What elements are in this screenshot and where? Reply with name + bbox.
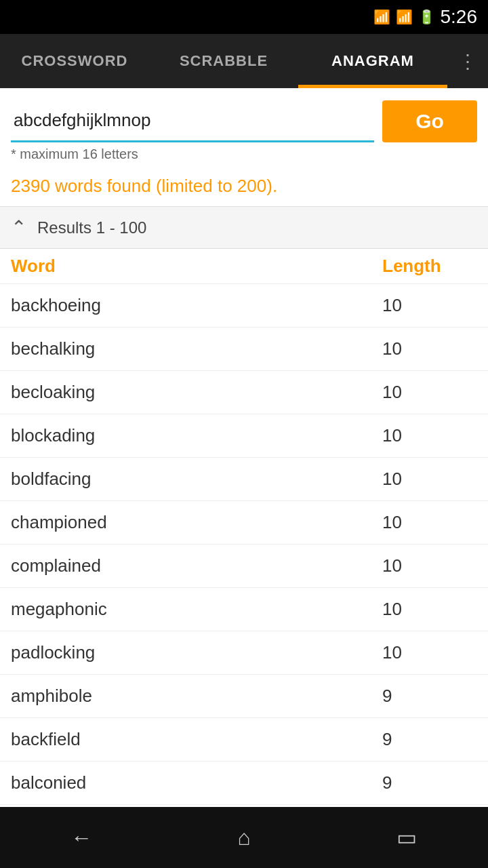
table-row[interactable]: championed 10	[0, 501, 488, 545]
table-row[interactable]: complained 10	[0, 545, 488, 588]
nav-bar: ← ⌂ ▭	[0, 807, 488, 868]
home-icon: ⌂	[237, 825, 250, 850]
table-row[interactable]: becloaking 10	[0, 371, 488, 414]
table-row[interactable]: boldfacing 10	[0, 458, 488, 501]
table-row[interactable]: backfield 9	[0, 718, 488, 762]
length-cell: 10	[382, 338, 477, 359]
results-label: Results 1 - 100	[37, 218, 146, 237]
length-cell: 10	[382, 425, 477, 446]
word-cell: bechalking	[11, 338, 382, 359]
recents-icon: ▭	[396, 825, 417, 850]
table-row[interactable]: amphibole 9	[0, 675, 488, 718]
word-cell: becloaking	[11, 382, 382, 403]
signal-icon: 📶	[396, 9, 413, 25]
table-row[interactable]: padlocking 10	[0, 631, 488, 675]
length-cell: 10	[382, 469, 477, 490]
length-cell: 9	[382, 729, 477, 750]
status-icons: 📶 📶 🔋 5:26	[373, 6, 478, 28]
recents-button[interactable]: ▭	[380, 817, 434, 858]
table-row[interactable]: megaphonic 10	[0, 588, 488, 631]
word-cell: backhoeing	[11, 295, 382, 316]
search-input[interactable]	[11, 100, 374, 142]
search-area: Go * maximum 16 letters	[0, 88, 488, 169]
length-cell: 10	[382, 555, 477, 576]
tab-crossword[interactable]: CROSSWORD	[0, 34, 149, 88]
home-button[interactable]: ⌂	[217, 817, 271, 858]
words-found-message: 2390 words found (limited to 200).	[0, 169, 488, 207]
word-cell: padlocking	[11, 642, 382, 663]
back-button[interactable]: ←	[54, 817, 108, 858]
length-cell: 10	[382, 382, 477, 403]
length-cell: 10	[382, 642, 477, 663]
search-row: Go	[11, 100, 477, 142]
table-row[interactable]: blockading 10	[0, 414, 488, 458]
battery-icon: 🔋	[418, 9, 435, 25]
tab-menu-button[interactable]: ⋮	[447, 50, 488, 73]
word-cell: championed	[11, 512, 382, 533]
word-cell: complained	[11, 555, 382, 576]
table-row[interactable]: backhoeing 10	[0, 284, 488, 328]
more-icon: ⋮	[458, 50, 477, 73]
collapse-icon[interactable]: ⌃	[11, 216, 26, 239]
word-list: Word Length backhoeing 10 bechalking 10 …	[0, 249, 488, 807]
tab-bar: CROSSWORD SCRABBLE ANAGRAM ⋮	[0, 34, 488, 88]
length-cell: 9	[382, 686, 477, 707]
word-cell: backfield	[11, 729, 382, 750]
word-cell: balconied	[11, 772, 382, 793]
go-button[interactable]: Go	[382, 100, 477, 142]
list-header: Word Length	[0, 249, 488, 284]
length-cell: 10	[382, 512, 477, 533]
length-cell: 10	[382, 599, 477, 620]
word-cell: megaphonic	[11, 599, 382, 620]
length-cell: 9	[382, 772, 477, 793]
length-cell: 10	[382, 295, 477, 316]
word-cell: boldfacing	[11, 469, 382, 490]
wifi-icon: 📶	[373, 9, 390, 25]
column-header-word: Word	[11, 256, 382, 277]
column-header-length: Length	[382, 256, 477, 277]
word-cell: blockading	[11, 425, 382, 446]
tab-scrabble[interactable]: SCRABBLE	[149, 34, 298, 88]
max-hint: * maximum 16 letters	[11, 146, 477, 162]
word-cell: amphibole	[11, 686, 382, 707]
status-time: 5:26	[441, 6, 478, 28]
tab-anagram[interactable]: ANAGRAM	[298, 34, 447, 88]
table-row[interactable]: bechalking 10	[0, 328, 488, 371]
results-header: ⌃ Results 1 - 100	[0, 207, 488, 249]
status-bar: 📶 📶 🔋 5:26	[0, 0, 488, 34]
back-icon: ←	[70, 825, 92, 850]
table-row[interactable]: balconied 9	[0, 762, 488, 805]
